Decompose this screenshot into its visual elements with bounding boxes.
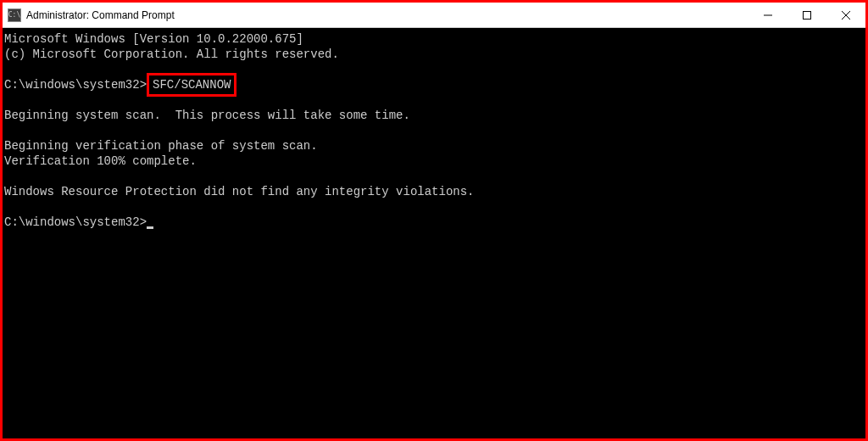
cmd-icon: C:\ [8, 8, 21, 22]
minimize-button[interactable] [748, 3, 787, 27]
version-line: Microsoft Windows [Version 10.0.22000.67… [4, 32, 303, 46]
maximize-button[interactable] [787, 3, 826, 27]
svg-rect-1 [804, 11, 811, 19]
command-highlight: SFC/SCANNOW [147, 73, 236, 97]
titlebar: C:\ Administrator: Command Prompt [3, 3, 865, 28]
command-text: SFC/SCANNOW [153, 78, 231, 92]
terminal-output[interactable]: Microsoft Windows [Version 10.0.22000.67… [3, 28, 865, 438]
window-controls [748, 3, 865, 27]
scan-begin-line: Beginning system scan. This process will… [4, 109, 410, 122]
window-title: Administrator: Command Prompt [26, 9, 748, 21]
copyright-line: (c) Microsoft Corporation. All rights re… [4, 47, 339, 61]
cursor-icon [147, 226, 153, 229]
prompt-path: C:\windows\system32> [4, 78, 147, 92]
close-button[interactable] [826, 3, 865, 27]
result-line: Windows Resource Protection did not find… [4, 185, 475, 198]
prompt-path-2: C:\windows\system32> [4, 215, 147, 229]
verification-phase-line: Beginning verification phase of system s… [4, 139, 318, 153]
verification-complete-line: Verification 100% complete. [4, 154, 197, 168]
